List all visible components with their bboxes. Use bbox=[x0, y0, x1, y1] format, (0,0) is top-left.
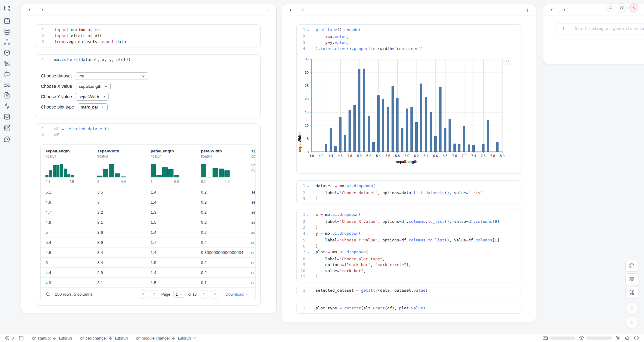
table-row[interactable]: 4.93.11.50.1setosa bbox=[41, 277, 255, 287]
add-cell-icon[interactable] bbox=[266, 8, 271, 13]
chart-bar[interactable] bbox=[334, 146, 337, 152]
code-line[interactable]: 1df = selected_dataset() bbox=[35, 126, 260, 132]
chart-bar[interactable] bbox=[325, 144, 327, 152]
code-line[interactable]: 1x = mo.ui.dropdown( bbox=[297, 212, 521, 219]
ram-usage[interactable] bbox=[543, 336, 575, 341]
code-line[interactable]: 1selected_dataset = getattr(data, datase… bbox=[297, 287, 521, 294]
code-line[interactable]: 5 label="Choose Y value", options=df.col… bbox=[297, 237, 521, 243]
help-bubble-icon[interactable] bbox=[4, 136, 10, 143]
code-line[interactable]: 1import marimo as mo bbox=[35, 27, 260, 33]
prev-page-button[interactable] bbox=[150, 290, 158, 298]
function-square-icon[interactable] bbox=[4, 18, 10, 24]
chart-options-button[interactable]: ••• bbox=[503, 57, 511, 65]
database-icon[interactable] bbox=[4, 28, 10, 35]
code-line[interactable]: 2import altair as alt bbox=[35, 33, 260, 39]
on-module-change-config[interactable]: on module change: autorun bbox=[136, 336, 196, 340]
chart-bar[interactable] bbox=[330, 128, 332, 152]
chart-bar[interactable] bbox=[496, 142, 499, 152]
code-line[interactable]: 8 label="Choose plot type", bbox=[297, 256, 521, 262]
code-line[interactable]: 3) bbox=[297, 196, 521, 202]
last-page-button[interactable] bbox=[211, 290, 219, 298]
stop-all-button[interactable] bbox=[626, 302, 638, 315]
ai-placeholder-input[interactable]: Start coding or generate with AI bbox=[571, 26, 644, 32]
circle-check-icon[interactable] bbox=[634, 335, 639, 341]
cell-vstack[interactable]: 1mo.vstack([dataset, x, y, plot]) Choose… bbox=[35, 54, 261, 118]
code-line[interactable]: 1dataset = mo.ui.dropdown( bbox=[297, 183, 521, 190]
code-line[interactable]: 3) bbox=[297, 224, 521, 230]
chart-bar[interactable] bbox=[425, 97, 427, 152]
cell-imports[interactable]: 1import marimo as mo2import altair as al… bbox=[35, 24, 261, 47]
chart-bar[interactable] bbox=[396, 98, 399, 152]
column-header[interactable]: sepalLengthfloat644.37.9 bbox=[41, 145, 92, 187]
text-search-icon[interactable] bbox=[4, 81, 10, 88]
cell-plot[interactable]: 1plot_type().encode(2 x=x.value,3 y=y.va… bbox=[296, 24, 521, 174]
column-header[interactable]: speciesobjectunique:nulls: bbox=[246, 145, 255, 187]
plot-type-select[interactable]: mark_bar bbox=[78, 103, 108, 111]
expand-right-icon[interactable] bbox=[301, 8, 305, 12]
bot-icon[interactable] bbox=[624, 335, 630, 341]
chart-bar[interactable] bbox=[363, 69, 365, 152]
code-line[interactable]: 2 label="Choose X value", options=df.col… bbox=[297, 219, 521, 225]
code-line[interactable]: 2 x=x.value, bbox=[297, 34, 521, 40]
code-line[interactable]: 4).interactive().properties(width="conta… bbox=[297, 46, 521, 52]
close-button[interactable] bbox=[629, 3, 638, 12]
layout-button[interactable] bbox=[625, 273, 638, 285]
chart-bar[interactable] bbox=[377, 95, 380, 152]
table-row[interactable]: 4.63.41.40.30000000000000004setosa bbox=[41, 247, 255, 257]
table-row[interactable]: 53.61.40.2setosa bbox=[41, 227, 255, 237]
chart-bar[interactable] bbox=[472, 145, 475, 152]
column-header[interactable]: petalWidthfloat640.12.5 bbox=[196, 145, 246, 187]
chart-bar[interactable] bbox=[468, 144, 470, 152]
chart-bar[interactable] bbox=[434, 136, 437, 152]
chart-bar[interactable] bbox=[372, 142, 375, 152]
chart-bar[interactable] bbox=[482, 144, 485, 152]
chart-bar[interactable] bbox=[392, 86, 394, 152]
page-select[interactable]: 1 bbox=[173, 291, 185, 298]
chart-bar[interactable] bbox=[339, 117, 342, 152]
file-tree-icon[interactable] bbox=[4, 5, 10, 12]
table-row[interactable]: 4.931.40.2setosa bbox=[41, 197, 255, 207]
save-button[interactable] bbox=[625, 260, 638, 272]
keyboard-shortcuts-button[interactable] bbox=[625, 287, 638, 298]
chart-bar[interactable] bbox=[420, 84, 422, 152]
download-button[interactable]: Download bbox=[225, 292, 249, 297]
collapse-left-icon[interactable] bbox=[27, 8, 32, 12]
settings-button[interactable] bbox=[618, 3, 627, 12]
column-header[interactable]: sepalWidthfloat6424.4 bbox=[92, 145, 146, 187]
run-all-button[interactable] bbox=[626, 316, 638, 329]
column-header[interactable]: petalLengthfloat6416.9 bbox=[146, 145, 196, 187]
cell-dataframe[interactable]: 1df = selected_dataset()2df sepalLengthf… bbox=[35, 123, 261, 306]
sparkles-icon[interactable] bbox=[615, 335, 621, 341]
chart-bar[interactable] bbox=[358, 69, 360, 152]
chart-bar[interactable] bbox=[401, 128, 403, 152]
bot-message-icon[interactable] bbox=[4, 71, 10, 77]
package-icon[interactable] bbox=[4, 49, 10, 56]
chart-bar[interactable] bbox=[387, 107, 389, 152]
chart-bar[interactable] bbox=[430, 112, 432, 152]
next-page-button[interactable] bbox=[200, 290, 208, 298]
code-square-icon[interactable] bbox=[4, 113, 10, 120]
code-line[interactable]: 10 value="mark_bar", bbox=[297, 268, 521, 274]
chart-bar[interactable] bbox=[458, 144, 460, 152]
chart-bar[interactable] bbox=[406, 109, 408, 152]
table-row[interactable]: 4.42.91.40.2setosa bbox=[41, 267, 255, 277]
chart-bar[interactable] bbox=[453, 144, 456, 152]
code-line[interactable]: 3 y=y.value, bbox=[297, 40, 521, 46]
cpu-usage[interactable] bbox=[579, 336, 612, 341]
cell-dataset-dropdown[interactable]: 1dataset = mo.ui.dropdown(2 label="Choos… bbox=[296, 180, 521, 204]
code-line[interactable]: 4y = mo.ui.dropdown( bbox=[297, 230, 521, 237]
code-line[interactable]: 1mo.vstack([dataset, x, y, plot]) bbox=[35, 57, 260, 63]
chart-bar[interactable] bbox=[415, 122, 418, 152]
code-line[interactable]: 3from vega_datasets import data bbox=[35, 39, 260, 45]
chart-bar[interactable] bbox=[410, 107, 413, 152]
code-line[interactable]: 2 label="Choose dataset", options=data.l… bbox=[297, 190, 521, 196]
collapse-left-icon[interactable] bbox=[549, 8, 554, 12]
chart-bar[interactable] bbox=[463, 126, 465, 152]
chart-bar[interactable] bbox=[344, 135, 346, 152]
code-line[interactable]: 7plot = mo.ui.dropdown( bbox=[297, 249, 521, 256]
table-row[interactable]: 5.13.51.40.2setosa bbox=[41, 187, 255, 197]
errors-indicator[interactable]: 0 bbox=[5, 336, 14, 340]
table-row[interactable]: 4.73.21.30.2setosa bbox=[41, 207, 255, 217]
chart-bar[interactable] bbox=[349, 110, 351, 152]
code-line[interactable]: 2df bbox=[35, 132, 260, 138]
